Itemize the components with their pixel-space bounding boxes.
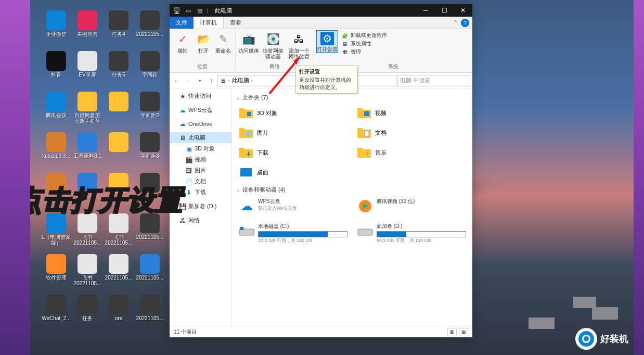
desktop-icon[interactable]: 腾讯会议: [41, 92, 72, 131]
maximize-button[interactable]: ☐: [435, 4, 454, 17]
nav-videos[interactable]: 🎬视频: [170, 154, 231, 165]
nav-newvol[interactable]: 💾新加卷 (D:): [170, 201, 231, 212]
app-icon: [78, 92, 97, 111]
back-button[interactable]: ←: [172, 75, 182, 86]
app-icon: [109, 295, 128, 314]
add-network-button[interactable]: 🖧 添加一个网络位置: [287, 30, 312, 59]
desktop-icon[interactable]: EV录屏: [72, 51, 103, 90]
titlebar[interactable]: 🖥️ ▭ ▤ | 此电脑 ─ ☐ ✕: [170, 4, 472, 17]
desktop-icon[interactable]: 任务4: [103, 10, 134, 49]
nav-pictures[interactable]: 🖼图片: [170, 165, 231, 176]
folder-pictures[interactable]: 图片: [236, 123, 350, 142]
desktop-icon[interactable]: 字间距: [134, 51, 165, 90]
nav-network[interactable]: 🖧网络: [170, 215, 231, 226]
folder-downloads[interactable]: 下载: [236, 143, 350, 162]
nav-quick-access[interactable]: ★快速访问: [170, 91, 231, 102]
desktop-icon[interactable]: E（电脑管家 版）: [41, 213, 72, 252]
up-button[interactable]: ↑: [206, 75, 216, 86]
breadcrumb[interactable]: 此电脑: [232, 77, 249, 84]
desktop-icon[interactable]: [72, 173, 103, 212]
collapse-ribbon-icon[interactable]: ⌃: [453, 19, 458, 26]
device-tencent[interactable]: 腾讯视频 (32 位): [355, 196, 468, 217]
desktop-icon[interactable]: 20221105...: [134, 213, 165, 252]
desktop-icon-label: 软件管理: [46, 275, 67, 281]
nav-downloads[interactable]: ⬇下载: [170, 187, 231, 198]
folder-videos[interactable]: 视频: [354, 104, 468, 122]
tab-computer[interactable]: 计算机: [194, 17, 224, 29]
app-icon: [46, 295, 66, 314]
desktop-icon-label: 20221105...: [136, 275, 164, 281]
desktop-icon-label: 任务5: [112, 72, 125, 78]
rename-button[interactable]: ✎ 重命名: [213, 30, 233, 54]
device-drive-d[interactable]: 新加卷 (D:) 80.2 GB 可用，共 120 GB: [355, 221, 468, 246]
close-button[interactable]: ✕: [454, 4, 472, 17]
desktop-icon[interactable]: [41, 173, 72, 212]
system-properties-button[interactable]: 🖥 系统属性: [339, 40, 389, 48]
properties-button[interactable]: ✓ 属性: [172, 30, 194, 54]
icons-view-button[interactable]: ▦: [459, 328, 468, 336]
recent-button[interactable]: ▾: [195, 75, 205, 86]
app-icon: [78, 51, 97, 71]
access-media-button[interactable]: 📺 访问媒体: [238, 30, 260, 54]
desktop-icon[interactable]: 字间距3: [134, 132, 165, 171]
desktop-icon[interactable]: 20221105...: [134, 295, 165, 334]
open-settings-button[interactable]: ⚙ 打开设置: [316, 30, 338, 53]
app-icon: [109, 173, 128, 193]
desktop-icon[interactable]: 抖音: [41, 51, 72, 90]
folders-section-header[interactable]: ⌄ 文件夹 (7): [236, 94, 468, 102]
help-icon[interactable]: ?: [461, 19, 469, 27]
nav-thispc[interactable]: 🖥此电脑: [170, 132, 231, 143]
picture-icon: 🖼: [185, 167, 192, 174]
desktop-icon[interactable]: kuaizip3.3...: [41, 132, 72, 171]
search-box[interactable]: 电脑 中搜索: [397, 75, 470, 86]
device-wps[interactable]: ☁ WPS云盘 双击进入WPS云盘: [236, 196, 350, 217]
desktop-icon[interactable]: 企业微信: [41, 10, 72, 49]
devices-section-header[interactable]: ⌄ 设备和驱动器 (4): [236, 186, 468, 194]
desktop-icon[interactable]: 字间距2: [134, 92, 165, 131]
nav-wps[interactable]: ☁WPS云盘: [170, 105, 231, 116]
folder-documents[interactable]: 文档: [354, 123, 468, 142]
nav-3d[interactable]: ▣3D 对象: [170, 143, 231, 154]
folder-music[interactable]: ♪ 音乐: [354, 143, 468, 162]
nav-onedrive[interactable]: ☁OneDrive: [170, 119, 231, 129]
desktop-icon[interactable]: 工具原料8.1: [72, 132, 103, 171]
app-icon: [78, 213, 97, 233]
desktop-icon[interactable]: WeChat_2...: [41, 295, 72, 334]
nav-documents[interactable]: 📄文档: [170, 176, 231, 187]
desktop-icon-label: 任务4: [112, 31, 125, 37]
minimize-button[interactable]: ─: [416, 4, 435, 17]
tab-file[interactable]: 文件: [170, 17, 194, 29]
desktop-icon[interactable]: 20221105...: [103, 254, 134, 293]
desktop-icon[interactable]: 20221105...: [134, 10, 165, 49]
desktop-icon[interactable]: [134, 173, 165, 212]
map-drive-button[interactable]: 💽 映射网络驱动器: [261, 30, 286, 59]
desktop-icon-label: 20221105...: [105, 275, 133, 281]
desktop-icon[interactable]: [103, 92, 134, 131]
device-drive-c[interactable]: 本地磁盘 (C:) 22.2 GB 可用，共 102 GB: [236, 221, 350, 246]
desktop-icon[interactable]: 任务5: [103, 51, 134, 90]
desktop-icon[interactable]: 飞书20221105...: [72, 254, 103, 293]
desktop-icon[interactable]: [103, 132, 134, 171]
desktop-icon[interactable]: 软件管理: [41, 254, 72, 293]
uninstall-button[interactable]: 🧩 卸载或更改程序: [339, 31, 389, 40]
desktop-icon[interactable]: 美图秀秀: [72, 10, 103, 49]
open-button[interactable]: 📂 打开: [195, 30, 212, 54]
rename-icon: ✎: [215, 31, 231, 47]
content-pane[interactable]: ⌄ 文件夹 (7) 3D 对象 视频: [232, 88, 472, 326]
folder-3d-objects[interactable]: 3D 对象: [236, 104, 350, 122]
manage-button[interactable]: 🛠 管理: [339, 48, 389, 56]
desktop-icon[interactable]: [103, 173, 134, 212]
folder-desktop[interactable]: 桌面: [236, 163, 350, 182]
navigation-pane[interactable]: ★快速访问 ☁WPS云盘 ☁OneDrive 🖥此电脑 ▣3D 对象 🎬视频 🖼…: [170, 88, 232, 326]
desktop-icon[interactable]: ore: [103, 295, 134, 334]
desktop-icon[interactable]: 任务: [72, 295, 103, 334]
desktop-icon[interactable]: 飞书20221105...: [72, 213, 103, 252]
desktop-icon[interactable]: 百度网盘怎么改手机号绑定: [72, 92, 103, 131]
details-view-button[interactable]: ≣: [447, 328, 457, 336]
forward-button[interactable]: →: [183, 75, 194, 86]
desktop-icon[interactable]: 飞书20221105...: [103, 213, 134, 252]
watermark-text: 好装机: [600, 333, 628, 345]
desktop-icon[interactable]: 20221105...: [134, 254, 165, 293]
app-icon: [78, 132, 97, 152]
tab-view[interactable]: 查看: [224, 17, 248, 29]
